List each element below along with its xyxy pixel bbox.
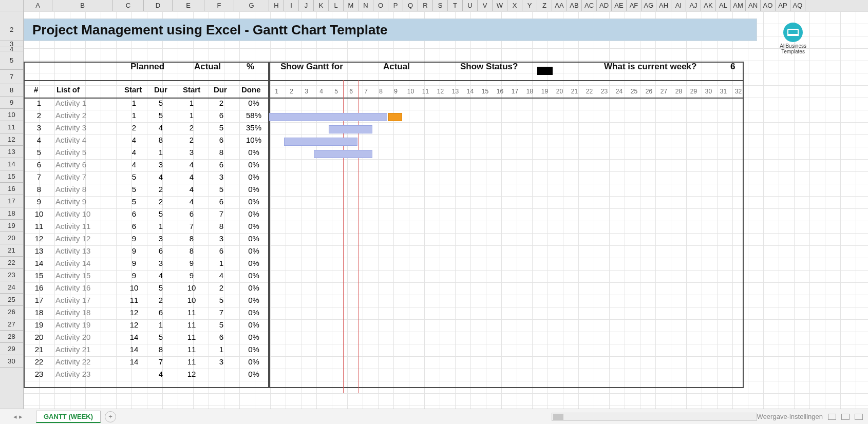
col-header-AA[interactable]: AA (552, 0, 567, 11)
cell-actual-dur[interactable]: 5 (209, 296, 234, 304)
cell-planned-dur[interactable]: 8 (148, 345, 174, 354)
cell-actual-start[interactable]: 7 (179, 222, 204, 230)
cell-num[interactable]: 7 (29, 172, 49, 181)
col-header-T[interactable]: T (448, 0, 463, 11)
cell-actual-start[interactable]: 6 (179, 209, 204, 218)
cell-done[interactable]: 0% (238, 99, 269, 107)
cell-num[interactable]: 6 (29, 160, 49, 169)
cell-actual-dur[interactable]: 3 (209, 172, 234, 181)
cell-planned-dur[interactable]: 4 (148, 271, 174, 280)
cell-planned-dur[interactable]: 3 (148, 234, 174, 243)
cell-planned-dur[interactable]: 2 (148, 296, 174, 304)
cell-actual-start[interactable]: 11 (179, 308, 204, 317)
col-header-AG[interactable]: AG (641, 0, 656, 11)
cell-done[interactable]: 0% (238, 160, 269, 169)
cell-planned-dur[interactable]: 6 (148, 246, 174, 255)
cell-actual-dur[interactable]: 4 (209, 271, 234, 280)
cell-planned-start[interactable]: 2 (121, 123, 147, 132)
cell-activity[interactable]: Activity 20 (55, 333, 117, 341)
table-row[interactable]: 3Activity 3242535% (24, 123, 743, 136)
cell-planned-dur[interactable]: 5 (148, 333, 174, 341)
cell-actual-start[interactable]: 9 (179, 271, 204, 280)
cell-done[interactable]: 0% (238, 209, 269, 218)
cell-done[interactable]: 0% (238, 148, 269, 157)
table-row[interactable]: 11Activity 1161780% (24, 222, 743, 234)
col-header-O[interactable]: O (373, 0, 388, 11)
row-header-25[interactable]: 25 (0, 294, 23, 306)
cell-num[interactable]: 1 (29, 99, 49, 107)
cell-activity[interactable]: Activity 23 (55, 370, 117, 378)
cell-done[interactable]: 10% (238, 136, 269, 144)
row-header-21[interactable]: 21 (0, 244, 23, 257)
col-header-I[interactable]: I (284, 0, 299, 11)
row-header-4[interactable]: 4 (0, 47, 23, 51)
cell-planned-dur[interactable]: 3 (148, 160, 174, 169)
cell-planned-start[interactable]: 9 (121, 259, 147, 267)
cell-actual-dur[interactable]: 3 (209, 234, 234, 243)
cell-planned-start[interactable]: 5 (121, 172, 147, 181)
cell-planned-start[interactable]: 9 (121, 234, 147, 243)
col-header-AE[interactable]: AE (612, 0, 627, 11)
col-header-J[interactable]: J (299, 0, 314, 11)
cell-activity[interactable]: Activity 22 (55, 357, 117, 366)
view-settings-label[interactable]: Weergave-instellingen (757, 413, 823, 420)
table-row[interactable]: 13Activity 1396860% (24, 246, 743, 259)
cell-planned-start[interactable]: 4 (121, 148, 147, 157)
cell-actual-start[interactable]: 4 (179, 185, 204, 194)
row-header-16[interactable]: 16 (0, 183, 23, 195)
table-row[interactable]: 19Activity 191211150% (24, 320, 743, 333)
table-row[interactable]: 6Activity 643460% (24, 160, 743, 172)
row-header-22[interactable]: 22 (0, 257, 23, 269)
normal-view-icon[interactable] (828, 414, 836, 420)
cell-num[interactable]: 20 (29, 333, 49, 341)
cell-done[interactable]: 0% (238, 197, 269, 206)
row-header-5[interactable]: 5 (0, 51, 23, 70)
chevron-right-icon[interactable]: ▸ (19, 413, 23, 420)
cell-planned-start[interactable]: 4 (121, 136, 147, 144)
cell-done[interactable]: 0% (238, 283, 269, 292)
cell-actual-dur[interactable]: 5 (209, 123, 234, 132)
col-header-S[interactable]: S (433, 0, 448, 11)
cell-activity[interactable]: Activity 12 (55, 234, 117, 243)
cell-activity[interactable]: Activity 1 (55, 99, 117, 107)
row-header-7[interactable]: 7 (0, 70, 23, 84)
col-header-C[interactable]: C (113, 0, 144, 11)
row-header-17[interactable]: 17 (0, 195, 23, 207)
cell-activity[interactable]: Activity 19 (55, 320, 117, 329)
row-header-23[interactable]: 23 (0, 269, 23, 281)
cell-activity[interactable]: Activity 7 (55, 172, 117, 181)
cell-actual-dur[interactable]: 7 (209, 209, 234, 218)
cell-done[interactable]: 0% (238, 308, 269, 317)
row-header-18[interactable]: 18 (0, 207, 23, 220)
row-header-gutter[interactable]: 2345789101112131415161718192021222324252… (0, 11, 24, 409)
cell-activity[interactable]: Activity 17 (55, 296, 117, 304)
row-header-30[interactable]: 30 (0, 355, 23, 368)
col-header-H[interactable]: H (269, 0, 284, 11)
cell-planned-start[interactable]: 4 (121, 160, 147, 169)
horizontal-scrollbar[interactable] (552, 413, 757, 421)
cell-actual-dur[interactable]: 5 (209, 320, 234, 329)
row-header-9[interactable]: 9 (0, 97, 23, 109)
add-sheet-button[interactable]: + (105, 411, 116, 422)
cell-activity[interactable]: Activity 2 (55, 111, 117, 120)
col-header-Y[interactable]: Y (522, 0, 537, 11)
cell-actual-dur[interactable]: 3 (209, 357, 234, 366)
cell-num[interactable]: 13 (29, 246, 49, 255)
cell-activity[interactable]: Activity 6 (55, 160, 117, 169)
row-header-28[interactable]: 28 (0, 331, 23, 343)
cell-actual-start[interactable]: 8 (179, 246, 204, 255)
cell-num[interactable]: 18 (29, 308, 49, 317)
cell-planned-start[interactable]: 6 (121, 209, 147, 218)
cell-planned-dur[interactable]: 1 (148, 320, 174, 329)
cell-planned-dur[interactable]: 5 (148, 283, 174, 292)
cell-planned-dur[interactable]: 5 (148, 111, 174, 120)
cell-done[interactable]: 0% (238, 185, 269, 194)
cell-planned-dur[interactable]: 3 (148, 259, 174, 267)
row-header-12[interactable]: 12 (0, 133, 23, 146)
col-header-AF[interactable]: AF (627, 0, 641, 11)
cell-planned-dur[interactable]: 4 (148, 370, 174, 378)
cell-num[interactable]: 5 (29, 148, 49, 157)
cell-planned-dur[interactable]: 1 (148, 148, 174, 157)
col-header-AP[interactable]: AP (776, 0, 790, 11)
col-header-AI[interactable]: AI (671, 0, 686, 11)
